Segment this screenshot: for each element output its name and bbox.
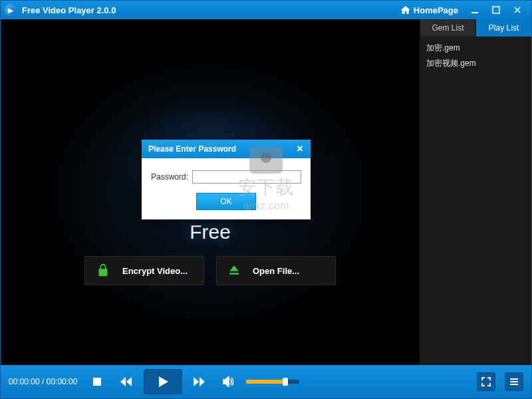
close-icon: × [297,143,303,155]
dialog-title: Please Enter Password [148,144,236,154]
password-row: Password: [151,170,301,184]
modal-overlay: Please Enter Password × Password: OK [0,0,532,399]
password-input[interactable] [192,170,301,184]
dialog-titlebar: Please Enter Password × [142,140,311,158]
password-dialog: Please Enter Password × Password: OK [142,140,311,219]
ok-button[interactable]: OK [196,193,256,210]
dialog-close-button[interactable]: × [293,142,307,156]
password-label: Password: [151,172,188,182]
dialog-body: Password: OK [142,158,311,219]
